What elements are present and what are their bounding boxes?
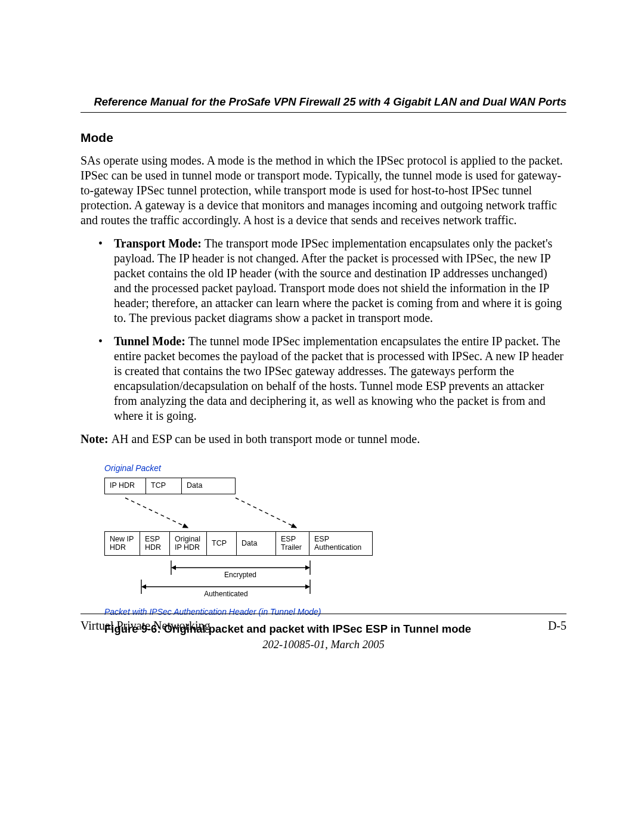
svg-marker-5 [171, 565, 176, 570]
bullet-lead: Tunnel Mode: [114, 335, 188, 348]
svg-marker-11 [305, 584, 310, 589]
extent-brackets: Encrypted Authenticated [104, 558, 385, 601]
tunnel-packet-row: New IP HDR ESP HDR Original IP HDR TCP D… [104, 531, 566, 556]
bullet-body: The tunnel mode IPSec implementation enc… [114, 335, 564, 422]
mapping-arrows [104, 497, 385, 531]
footer-rule [80, 614, 566, 614]
svg-marker-10 [141, 584, 146, 589]
bullet-lead: Transport Mode: [114, 237, 205, 250]
pkt-esp-trailer: ESP Trailer [276, 531, 309, 556]
pkt-esp-auth: ESP Authentication [309, 531, 373, 556]
encrypted-label: Encrypted [224, 571, 256, 579]
running-header: Reference Manual for the ProSafe VPN Fir… [80, 95, 566, 109]
authenticated-label: Authenticated [204, 590, 247, 598]
original-packet-row: IP HDR TCP Data [104, 478, 566, 494]
pkt-ip-hdr: IP HDR [104, 478, 146, 494]
header-rule [80, 112, 566, 113]
figure-9-6: Original Packet IP HDR TCP Data New IP H… [104, 463, 566, 636]
svg-line-0 [125, 498, 188, 528]
pkt-tcp-2: TCP [207, 531, 237, 556]
footer-doc-date: 202-10085-01, March 2005 [80, 639, 566, 651]
document-page: Reference Manual for the ProSafe VPN Fir… [0, 0, 644, 833]
pkt-tcp: TCP [146, 478, 182, 494]
note-body: AH and ESP can be used in both transport… [112, 432, 420, 445]
mode-bullet-list: Transport Mode: The transport mode IPSec… [80, 236, 566, 423]
pkt-orig-ip-hdr: Original IP HDR [170, 531, 207, 556]
section-heading-mode: Mode [80, 131, 566, 145]
bullet-body: The transport mode IPSec implementation … [114, 237, 562, 324]
pkt-new-ip-hdr: New IP HDR [104, 531, 140, 556]
pkt-data-2: Data [237, 531, 276, 556]
pkt-esp-hdr: ESP HDR [140, 531, 170, 556]
note-paragraph: Note: AH and ESP can be used in both tra… [80, 432, 566, 447]
figure-top-caption: Original Packet [104, 463, 566, 473]
page-footer: Virtual Private Networking D-5 202-10085… [80, 614, 566, 651]
intro-paragraph: SAs operate using modes. A mode is the m… [80, 153, 566, 228]
svg-line-1 [236, 498, 296, 528]
footer-page-number: D-5 [548, 619, 566, 633]
note-lead: Note: [80, 432, 112, 445]
bullet-tunnel-mode: Tunnel Mode: The tunnel mode IPSec imple… [80, 334, 566, 423]
bullet-transport-mode: Transport Mode: The transport mode IPSec… [80, 236, 566, 326]
pkt-data: Data [182, 478, 236, 494]
svg-marker-6 [305, 565, 310, 570]
footer-section-name: Virtual Private Networking [80, 619, 210, 633]
